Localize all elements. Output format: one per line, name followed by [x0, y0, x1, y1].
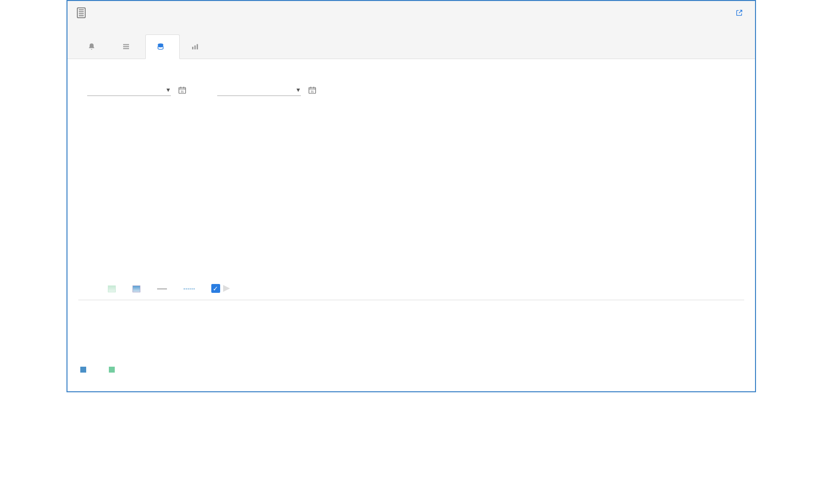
- capacity-legend-free: [109, 365, 118, 373]
- legend-confidence-range[interactable]: ✓: [211, 284, 233, 293]
- svg-rect-6: [123, 46, 129, 47]
- svg-rect-7: [123, 48, 129, 49]
- legend-used[interactable]: [132, 284, 143, 292]
- svg-rect-5: [123, 44, 129, 45]
- chart-svg: [78, 111, 744, 277]
- list-icon: [122, 43, 130, 51]
- svg-rect-11: [197, 44, 198, 50]
- chevron-down-icon: ▾: [296, 86, 300, 94]
- chevron-down-icon: ▾: [166, 86, 170, 94]
- chart-legend: ✓: [78, 277, 744, 300]
- svg-rect-9: [192, 47, 194, 49]
- capacity-bar: [80, 331, 405, 354]
- capacity-legend-used: [80, 365, 89, 373]
- tab-bar: [67, 34, 755, 59]
- calendar-icon[interactable]: 31: [178, 86, 187, 94]
- svg-rect-10: [194, 45, 196, 49]
- chart-icon: [191, 43, 199, 51]
- total-capacity-section: [78, 300, 744, 381]
- calendar-icon[interactable]: 31: [308, 86, 317, 94]
- checkbox-icon[interactable]: ✓: [211, 284, 220, 293]
- tab-performance[interactable]: [180, 34, 214, 59]
- legend-forecast-used[interactable]: [184, 285, 197, 292]
- capacity-forecast-chart: [78, 111, 744, 277]
- from-dropdown[interactable]: ▾: [87, 84, 171, 96]
- filter-row: ▾ 31 ▾ 31: [78, 84, 744, 96]
- svg-text:31: 31: [310, 90, 314, 93]
- tab-capacity[interactable]: [145, 34, 180, 59]
- launch-myvxrail-link[interactable]: [735, 9, 746, 17]
- appliance-icon: [76, 7, 86, 19]
- tab-inventory[interactable]: [111, 34, 145, 59]
- tab-health[interactable]: [76, 34, 111, 59]
- svg-rect-0: [77, 8, 85, 18]
- legend-free[interactable]: [108, 284, 119, 292]
- to-dropdown[interactable]: ▾: [217, 84, 301, 96]
- database-icon: [157, 43, 164, 51]
- svg-text:31: 31: [180, 90, 184, 93]
- capacity-content: ▾ 31 ▾ 31 ✓: [67, 59, 755, 391]
- bell-icon: [88, 43, 96, 51]
- page-header: [67, 1, 755, 25]
- legend-total[interactable]: [157, 285, 170, 292]
